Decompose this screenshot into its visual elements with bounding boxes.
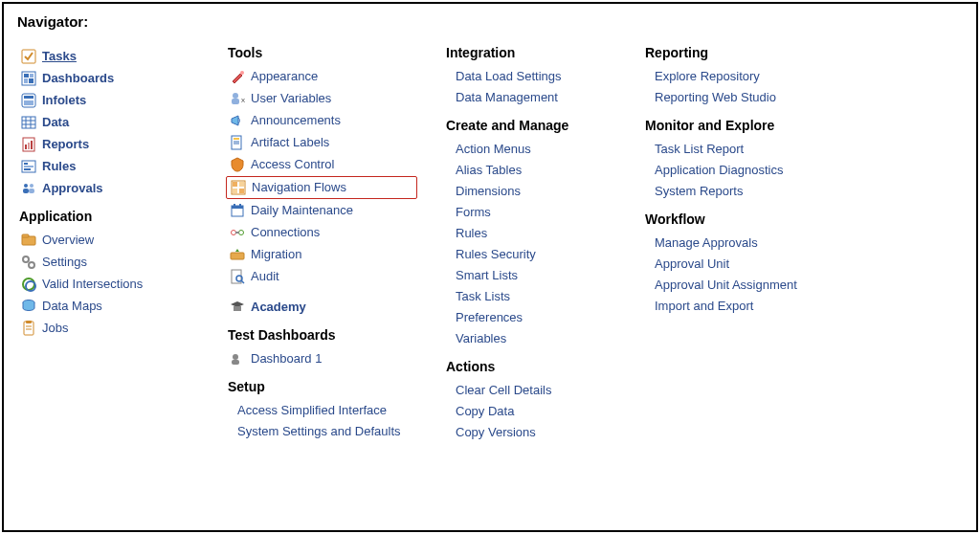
integration-item-0[interactable]: Data Load Settings (456, 66, 616, 87)
overview-icon (21, 233, 36, 248)
approvals-label: Approvals (42, 180, 103, 197)
appearance-icon (230, 69, 245, 84)
jobs-label: Jobs (42, 320, 68, 337)
audit-icon (230, 269, 245, 284)
create-manage-item-4[interactable]: Rules (456, 223, 616, 244)
daily-maintenance-icon (230, 203, 245, 218)
link-artifact-labels[interactable]: Artifact Labels (226, 132, 417, 153)
artifact-labels-label: Artifact Labels (251, 134, 329, 151)
link-audit[interactable]: Audit (226, 266, 417, 287)
data-maps-label: Data Maps (42, 298, 102, 315)
create-manage-item-1[interactable]: Alias Tables (456, 160, 616, 181)
reports-label: Reports (42, 136, 89, 153)
datamaps-icon (21, 299, 36, 314)
data-label: Data (42, 114, 69, 131)
create-manage-item-7[interactable]: Task Lists (456, 286, 616, 307)
navigation-flows-label: Navigation Flows (252, 179, 346, 196)
overview-label: Overview (42, 232, 94, 249)
reporting-item-1[interactable]: Reporting Web Studio (655, 87, 854, 108)
link-rules[interactable]: Rules (17, 156, 199, 177)
actions-item-0[interactable]: Clear Cell Details (456, 380, 616, 401)
link-reports[interactable]: Reports (17, 134, 199, 155)
link-data-maps[interactable]: Data Maps (17, 296, 199, 317)
create-manage-item-5[interactable]: Rules Security (456, 244, 616, 265)
integration-list: Data Load SettingsData Management (444, 66, 616, 108)
link-academy[interactable]: Academy (226, 297, 417, 318)
heading-actions: Actions (446, 359, 616, 374)
workflow-item-3[interactable]: Import and Export (655, 296, 854, 317)
link-connections[interactable]: Connections (226, 222, 417, 243)
primary-list: TasksDashboardsInfoletsDataReportsRulesA… (17, 46, 199, 199)
link-approvals[interactable]: Approvals (17, 178, 199, 199)
create-manage-item-8[interactable]: Preferences (456, 307, 616, 328)
link-tasks[interactable]: Tasks (17, 46, 199, 67)
create-manage-item-0[interactable]: Action Menus (456, 139, 616, 160)
jobs-icon (21, 321, 36, 336)
create-manage-item-6[interactable]: Smart Lists (456, 265, 616, 286)
create-manage-list: Action MenusAlias TablesDimensionsFormsR… (444, 139, 616, 349)
heading-tools: Tools (228, 45, 417, 60)
link-data[interactable]: Data (17, 112, 199, 133)
link-valid-intersections[interactable]: Valid Intersections (17, 274, 199, 295)
access-control-icon (230, 157, 245, 172)
link-dashboard-1[interactable]: Dashboard 1 (226, 348, 417, 369)
integration-item-1[interactable]: Data Management (456, 87, 616, 108)
heading-integration: Integration (446, 45, 616, 60)
heading-test-dashboards: Test Dashboards (228, 327, 417, 343)
dashboards-icon (21, 71, 36, 86)
link-user-variables[interactable]: User Variables (226, 88, 417, 109)
actions-item-1[interactable]: Copy Data (456, 401, 616, 422)
col-reporting: Reporting Explore RepositoryReporting We… (643, 45, 854, 443)
monitor-item-2[interactable]: System Reports (655, 181, 854, 202)
setup-item-0[interactable]: Access Simplified Interface (237, 400, 417, 421)
link-navigation-flows[interactable]: Navigation Flows (226, 176, 417, 199)
heading-application: Application (19, 209, 199, 224)
setup-item-1[interactable]: System Settings and Defaults (237, 421, 417, 442)
infolets-icon (21, 93, 36, 108)
col-primary: TasksDashboardsInfoletsDataReportsRulesA… (17, 45, 199, 443)
announcements-icon (230, 113, 245, 128)
academy-list: Academy (226, 297, 417, 318)
heading-workflow: Workflow (645, 211, 854, 227)
tools-list: AppearanceUser VariablesAnnouncementsArt… (226, 66, 417, 287)
link-migration[interactable]: Migration (226, 244, 417, 265)
workflow-item-0[interactable]: Manage Approvals (655, 233, 854, 254)
actions-list: Clear Cell DetailsCopy DataCopy Versions (444, 380, 616, 443)
announcements-label: Announcements (251, 112, 341, 129)
reports-icon (21, 137, 36, 152)
reporting-item-0[interactable]: Explore Repository (655, 66, 854, 87)
application-list: OverviewSettingsValid IntersectionsData … (17, 230, 199, 339)
heading-monitor: Monitor and Explore (645, 118, 854, 133)
migration-icon (230, 247, 245, 262)
col-tools: Tools AppearanceUser VariablesAnnounceme… (226, 45, 417, 443)
monitor-item-0[interactable]: Task List Report (655, 139, 854, 160)
workflow-item-1[interactable]: Approval Unit (655, 254, 854, 275)
reporting-list: Explore RepositoryReporting Web Studio (643, 66, 854, 108)
link-infolets[interactable]: Infolets (17, 90, 199, 111)
actions-item-2[interactable]: Copy Versions (456, 422, 616, 443)
link-access-control[interactable]: Access Control (226, 154, 417, 175)
link-appearance[interactable]: Appearance (226, 66, 417, 87)
link-jobs[interactable]: Jobs (17, 318, 199, 339)
create-manage-item-9[interactable]: Variables (456, 328, 616, 349)
navigator-columns: TasksDashboardsInfoletsDataReportsRulesA… (17, 45, 963, 443)
heading-create-manage: Create and Manage (446, 118, 616, 133)
link-settings[interactable]: Settings (17, 252, 199, 273)
create-manage-item-2[interactable]: Dimensions (456, 181, 616, 202)
daily-maintenance-label: Daily Maintenance (251, 202, 353, 219)
link-announcements[interactable]: Announcements (226, 110, 417, 131)
create-manage-item-3[interactable]: Forms (456, 202, 616, 223)
workflow-item-2[interactable]: Approval Unit Assignment (655, 275, 854, 296)
data-icon (21, 115, 36, 130)
navigation-flows-icon (231, 180, 246, 195)
appearance-label: Appearance (251, 68, 318, 85)
link-daily-maintenance[interactable]: Daily Maintenance (226, 200, 417, 221)
academy-label: Academy (251, 299, 306, 316)
link-dashboards[interactable]: Dashboards (17, 68, 199, 89)
link-overview[interactable]: Overview (17, 230, 199, 251)
audit-label: Audit (251, 268, 279, 285)
monitor-item-1[interactable]: Application Diagnostics (655, 160, 854, 181)
user-variables-label: User Variables (251, 90, 331, 107)
connections-label: Connections (251, 224, 320, 241)
tasks-label: Tasks (42, 48, 77, 65)
